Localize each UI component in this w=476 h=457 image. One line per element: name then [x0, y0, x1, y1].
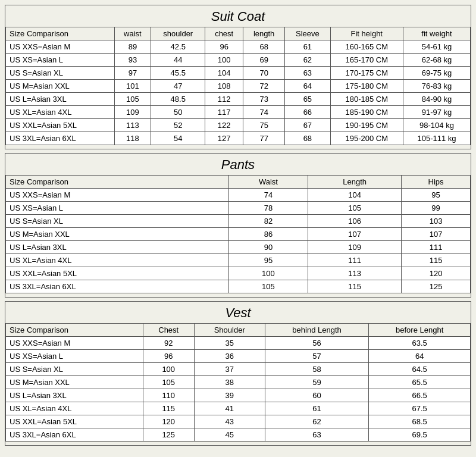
suitCoat-cell-6-6: 190-195 CM [330, 119, 403, 132]
pants-cell-1-1: 78 [228, 202, 308, 215]
suitCoat-cell-4-4: 73 [243, 93, 285, 106]
suitCoat-cell-3-2: 47 [151, 80, 205, 93]
vest-cell-7-3: 63 [265, 428, 369, 442]
suitCoat-cell-1-5: 62 [285, 54, 330, 67]
vest-cell-6-4: 68.5 [369, 415, 471, 428]
table-row: US XXS=Asian M92355663.5 [6, 337, 471, 350]
suitCoat-cell-4-2: 48.5 [151, 93, 205, 106]
pants-cell-0-3: 95 [402, 189, 471, 202]
vest-cell-0-3: 56 [265, 337, 369, 350]
suitCoat-cell-0-7: 54-61 kg [403, 40, 470, 54]
pants-cell-4-0: US L=Asian 3XL [6, 241, 229, 254]
vest-header-row: Size ComparisonChestShoulderbehind Lengt… [6, 324, 471, 337]
vest-cell-1-4: 64 [369, 350, 471, 363]
vest-cell-2-3: 58 [265, 363, 369, 376]
table-row: US XS=Asian L93441006962165-170 CM62-68 … [6, 54, 471, 67]
suitCoat-cell-1-4: 69 [243, 54, 285, 67]
suitCoat-cell-5-0: US XL=Asian 4XL [6, 106, 115, 119]
vest-cell-7-1: 125 [143, 428, 194, 442]
vest-title: Vest [5, 302, 471, 323]
pants-header-2: Length [308, 176, 402, 189]
vest-cell-4-1: 110 [143, 389, 194, 402]
suitCoat-cell-5-2: 50 [151, 106, 205, 119]
vest-cell-5-0: US XL=Asian 4XL [6, 402, 143, 415]
table-row: US M=Asian XXL86107107 [6, 228, 471, 241]
table-row: US M=Asian XXL105385965.5 [6, 376, 471, 389]
suitCoat-cell-6-0: US XXL=Asian 5XL [6, 119, 115, 132]
suitCoat-header-4: length [243, 27, 285, 40]
suitCoat-cell-2-2: 45.5 [151, 67, 205, 80]
vest-cell-4-0: US L=Asian 3XL [6, 389, 143, 402]
table-row: US 3XL=Asian 6XL125456369.5 [6, 428, 471, 442]
pants-cell-7-1: 105 [228, 280, 308, 293]
suitCoat-cell-2-7: 69-75 kg [403, 67, 470, 80]
table-row: US XXL=Asian 5XL100113120 [6, 267, 471, 280]
suitCoat-cell-3-5: 64 [285, 80, 330, 93]
vest-cell-0-2: 35 [194, 337, 265, 350]
suitCoat-cell-6-7: 98-104 kg [403, 119, 470, 132]
vest-cell-6-0: US XXL=Asian 5XL [6, 415, 143, 428]
vest-cell-2-2: 37 [194, 363, 265, 376]
suitCoat-cell-4-1: 105 [114, 93, 151, 106]
suitCoat-cell-3-7: 76-83 kg [403, 80, 470, 93]
suitCoat-cell-6-4: 75 [243, 119, 285, 132]
vest-cell-2-1: 100 [143, 363, 194, 376]
vest-cell-1-1: 96 [143, 350, 194, 363]
suitCoat-cell-0-3: 96 [205, 40, 243, 54]
pants-cell-2-1: 82 [228, 215, 308, 228]
pants-cell-6-1: 100 [228, 267, 308, 280]
vest-cell-0-0: US XXS=Asian M [6, 337, 143, 350]
vest-table: Size ComparisonChestShoulderbehind Lengt… [5, 323, 471, 442]
vest-cell-7-0: US 3XL=Asian 6XL [6, 428, 143, 442]
pants-cell-0-2: 104 [308, 189, 402, 202]
suitCoat-cell-3-6: 175-180 CM [330, 80, 403, 93]
vest-cell-3-2: 38 [194, 376, 265, 389]
suit-coat-table: Size ComparisonwaistshoulderchestlengthS… [5, 27, 471, 145]
suitCoat-cell-2-6: 170-175 CM [330, 67, 403, 80]
suitCoat-cell-2-4: 70 [243, 67, 285, 80]
table-row: US L=Asian 3XL110396066.5 [6, 389, 471, 402]
vest-cell-6-2: 43 [194, 415, 265, 428]
pants-cell-2-3: 103 [402, 215, 471, 228]
pants-cell-0-0: US XXS=Asian M [6, 189, 229, 202]
suitCoat-cell-5-1: 109 [114, 106, 151, 119]
table-row: US S=Asian XL82106103 [6, 215, 471, 228]
table-row: US S=Asian XL100375864.5 [6, 363, 471, 376]
suitCoat-cell-3-0: US M=Asian XXL [6, 80, 115, 93]
suitCoat-cell-5-3: 117 [205, 106, 243, 119]
pants-cell-3-2: 107 [308, 228, 402, 241]
suitCoat-cell-0-6: 160-165 CM [330, 40, 403, 54]
suitCoat-cell-1-0: US XS=Asian L [6, 54, 115, 67]
vest-cell-0-1: 92 [143, 337, 194, 350]
suitCoat-cell-7-7: 105-111 kg [403, 132, 470, 145]
table-row: US S=Asian XL9745.51047063170-175 CM69-7… [6, 67, 471, 80]
table-row: US XL=Asian 4XL115416167.5 [6, 402, 471, 415]
suitCoat-cell-6-2: 52 [151, 119, 205, 132]
pants-cell-4-3: 111 [402, 241, 471, 254]
suit-coat-header-row: Size ComparisonwaistshoulderchestlengthS… [6, 27, 471, 40]
pants-section: Pants Size ComparisonWaistLengthHips US … [5, 153, 471, 298]
pants-cell-7-0: US 3XL=Asian 6XL [6, 280, 229, 293]
vest-cell-5-1: 115 [143, 402, 194, 415]
pants-cell-3-1: 86 [228, 228, 308, 241]
vest-cell-7-2: 45 [194, 428, 265, 442]
pants-cell-5-2: 111 [308, 254, 402, 267]
pants-cell-4-1: 90 [228, 241, 308, 254]
suitCoat-cell-1-2: 44 [151, 54, 205, 67]
pants-cell-6-3: 120 [402, 267, 471, 280]
vest-section: Vest Size ComparisonChestShoulderbehind … [5, 301, 471, 446]
pants-cell-5-0: US XL=Asian 4XL [6, 254, 229, 267]
pants-header-row: Size ComparisonWaistLengthHips [6, 176, 471, 189]
suitCoat-header-1: waist [114, 27, 151, 40]
table-row: US M=Asian XXL101471087264175-180 CM76-8… [6, 80, 471, 93]
pants-cell-2-0: US S=Asian XL [6, 215, 229, 228]
suitCoat-cell-7-1: 118 [114, 132, 151, 145]
vest-cell-2-0: US S=Asian XL [6, 363, 143, 376]
vest-cell-6-3: 62 [265, 415, 369, 428]
pants-cell-4-2: 109 [308, 241, 402, 254]
suitCoat-cell-2-3: 104 [205, 67, 243, 80]
pants-header-3: Hips [402, 176, 471, 189]
suitCoat-header-3: chest [205, 27, 243, 40]
suitCoat-cell-0-5: 61 [285, 40, 330, 54]
suitCoat-header-7: fit weight [403, 27, 470, 40]
